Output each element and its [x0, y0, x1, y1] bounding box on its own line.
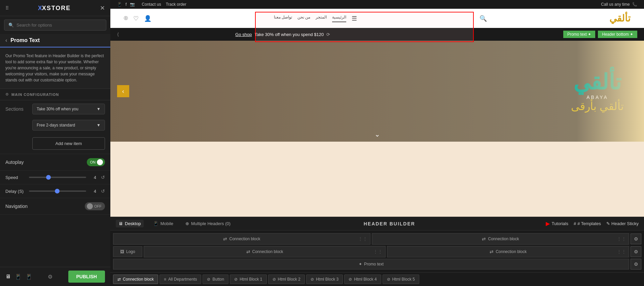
nav-store-link[interactable]: من نحن — [297, 15, 310, 22]
block-btn-4[interactable]: ⊘ Html Block 2 — [268, 275, 305, 284]
header-sticky-label: Header Sticky — [611, 221, 639, 226]
block-btn-7[interactable]: ⊘ Html Block 5 — [383, 275, 419, 284]
block-btn-2[interactable]: ⊘ Button — [203, 275, 228, 284]
header-bottom-button[interactable]: Header bottom ✦ — [598, 31, 637, 38]
conn-block-r2c-label: Connection block — [252, 249, 283, 254]
dropdown1-arrow-icon: ▼ — [97, 107, 101, 111]
close-button[interactable]: ✕ — [100, 4, 105, 12]
sections-dropdown-2[interactable]: Free 2-days standard ▼ — [32, 120, 105, 131]
drag-handle-r2c[interactable]: ⋮⋮ — [373, 249, 383, 254]
logo-block[interactable]: 🖼 Logo — [113, 246, 142, 257]
row2-settings-btn[interactable]: ⚙ — [631, 246, 641, 257]
row1-settings-btn[interactable]: ⚙ — [631, 234, 641, 244]
block-btn-1[interactable]: ≡ All Departments — [159, 275, 201, 284]
contact-us-link[interactable]: Contact us — [142, 2, 161, 7]
speed-thumb[interactable] — [46, 175, 51, 180]
refresh-icon: ⟳ — [326, 32, 330, 37]
conn-block-row2-center[interactable]: ⇄ Connection block ⋮⋮ — [144, 246, 386, 257]
block-btn-6[interactable]: ⊘ Html Block 4 — [344, 275, 381, 284]
mobile-btn-icon: 📱 — [153, 221, 158, 226]
templates-btn[interactable]: # # Templates — [574, 221, 601, 226]
builder-row-2: 🖼 Logo ⇄ Connection block ⋮⋮ ⇄ Connectio… — [113, 246, 641, 257]
phone-icon: 📞 — [632, 2, 637, 7]
nav-about-link[interactable]: المتجر — [316, 15, 327, 22]
block-label-0: Connection block — [123, 277, 154, 282]
instagram-icon: 📷 — [130, 2, 135, 7]
track-order-link[interactable]: Track order — [166, 2, 186, 7]
nav-main-link[interactable]: الرئيسية — [332, 15, 346, 22]
add-new-item-button[interactable]: Add new item — [32, 137, 105, 150]
promo-text-title: Promo Text — [10, 37, 40, 43]
drag-handle-r1l[interactable]: ⋮⋮ — [358, 236, 367, 242]
navigation-toggle[interactable]: OFF — [85, 202, 105, 210]
header-sticky-btn[interactable]: ✎ Header Sticky — [606, 221, 639, 226]
delay-row: Delay (S) 4 ↺ — [0, 184, 110, 198]
go-shop-link[interactable]: Go shop — [235, 32, 252, 37]
desktop-icon[interactable]: 🖥 — [5, 274, 11, 280]
sections-label: Sections — [5, 104, 32, 112]
footer-gear-icon[interactable]: ⚙ — [48, 274, 52, 280]
sections-item2-text: Free 2-days standard — [37, 123, 75, 128]
promo-text-button[interactable]: Promo text ✦ — [563, 31, 595, 38]
conn-block-row1-left[interactable]: ⇄ Connection block ⋮⋮ — [113, 233, 370, 245]
drag-handle-r2r[interactable]: ⋮⋮ — [617, 249, 626, 254]
conn-block-r2r-label: Connection block — [496, 249, 527, 254]
mobile-icon[interactable]: 📱 — [26, 274, 32, 280]
tutorials-btn[interactable]: ▶ Tutorials — [546, 220, 568, 227]
block-icon-3: ⊘ — [234, 277, 238, 282]
left-arrow-button[interactable]: ‹ — [117, 85, 129, 97]
builder-area: 🖥 Desktop 📱 Mobile ⊕ Multiple Headers (0… — [110, 217, 644, 286]
promo-bar-text: Take 30% off when you spend $120 — [254, 32, 324, 37]
top-bar: 📱 f 📷 Contact us Track order Call us any… — [110, 0, 644, 9]
youtube-icon: ▶ — [546, 220, 550, 227]
mobile-device-btn[interactable]: 📱 Mobile — [150, 220, 176, 227]
promo-text-header[interactable]: ‹ Promo Text — [0, 34, 110, 47]
navigation-row: Navigation OFF — [0, 198, 110, 215]
main-area: 📱 f 📷 Contact us Track order Call us any… — [110, 0, 644, 286]
delay-thumb[interactable] — [55, 189, 60, 193]
header-nav: ⓪ ♡ 👤 تواصل معنا من نحن المتجر الرئيسية … — [110, 9, 644, 28]
block-label-1: All Departments — [168, 277, 197, 282]
move-icon[interactable]: ⠿ — [5, 5, 9, 11]
block-btn-0[interactable]: ⇄ Connection block — [113, 275, 158, 284]
promo-bar: ⟨ Go shop Take 30% off when you spend $1… — [110, 28, 644, 41]
multi-header-icon: ⊕ — [185, 221, 189, 226]
conn-icon-r2c: ⇄ — [246, 249, 250, 254]
block-label-3: Html Block 1 — [240, 277, 262, 282]
promo-bar-buttons: Promo text ✦ Header bottom ✦ — [563, 31, 637, 38]
tablet-icon[interactable]: 📱 — [15, 274, 22, 280]
config-title: MAIN CONFIGURATION — [11, 93, 59, 97]
desktop-device-btn[interactable]: 🖥 Desktop — [116, 220, 144, 227]
promo-text-block[interactable]: ✦ Promo text — [113, 259, 629, 270]
publish-button[interactable]: PUBLISH — [68, 271, 105, 283]
hamburger-icon[interactable]: ☰ — [352, 15, 357, 22]
autoplay-toggle[interactable]: ON — [87, 158, 105, 166]
block-icon-4: ⊘ — [273, 277, 276, 282]
block-label-5: Html Block 3 — [316, 277, 338, 282]
search-input[interactable] — [16, 23, 102, 28]
search-box[interactable]: 🔍 — [4, 20, 106, 31]
speed-reset-icon[interactable]: ↺ — [101, 175, 105, 180]
nav-search-icon[interactable]: 🔍 — [479, 15, 487, 22]
block-btn-5[interactable]: ⊘ Html Block 3 — [306, 275, 343, 284]
block-icon-2: ⊘ — [207, 277, 210, 282]
builder-rows: ⇄ Connection block ⋮⋮ ⇄ Connection block… — [110, 230, 644, 272]
conn-block-row2-right[interactable]: ⇄ Connection block ⋮⋮ — [387, 246, 629, 257]
conn-block-row1-right[interactable]: ⇄ Connection block ⋮⋮ — [372, 233, 629, 245]
conn-icon-r1l: ⇄ — [223, 236, 227, 242]
mobile-btn-label: Mobile — [160, 221, 173, 226]
delay-slider[interactable] — [29, 190, 86, 192]
row3-settings-btn[interactable]: ⚙ — [631, 259, 641, 270]
promo-block-label: Promo text — [364, 262, 384, 266]
nav-home-link[interactable]: تواصل معنا — [274, 15, 292, 22]
delay-reset-icon[interactable]: ↺ — [101, 188, 105, 194]
desktop-btn-icon: 🖥 — [118, 221, 123, 226]
multiple-headers-btn[interactable]: ⊕ Multiple Headers (0) — [183, 220, 233, 227]
block-btn-3[interactable]: ⊘ Html Block 1 — [230, 275, 266, 284]
brand-logo: تألقي — [609, 13, 631, 24]
drag-handle-r1r[interactable]: ⋮⋮ — [617, 236, 626, 242]
chevron-down-icon[interactable]: ⌄ — [374, 130, 380, 138]
promo-block-icon: ✦ — [359, 262, 362, 266]
sections-dropdown-1[interactable]: Take 30% off when you ▼ — [32, 104, 105, 114]
speed-slider[interactable] — [29, 177, 86, 178]
